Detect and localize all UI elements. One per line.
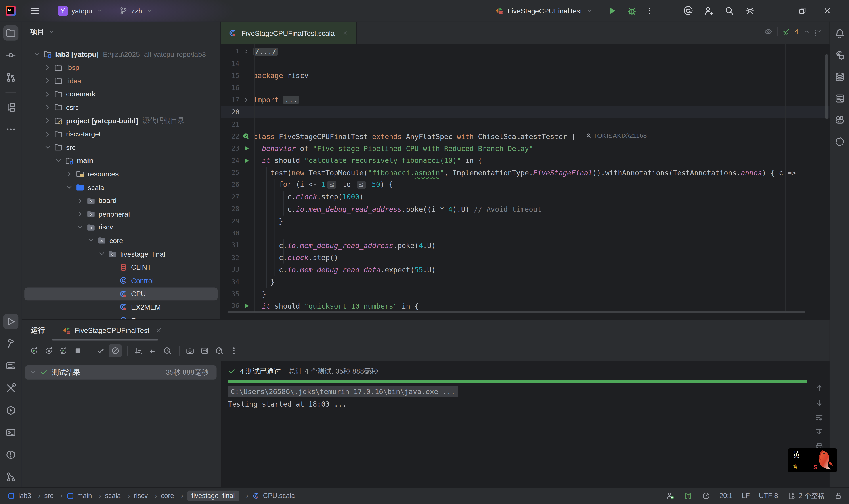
code-area[interactable]: 1/.../1415package riscv1617import ...202… <box>221 44 830 320</box>
chevron-right-icon[interactable] <box>76 196 85 205</box>
breadcrumb-scala[interactable]: scala› <box>105 492 130 500</box>
notifications-icon[interactable] <box>832 26 847 41</box>
code-line-17[interactable]: 17import ... <box>221 94 830 106</box>
run-test-icon[interactable] <box>242 302 250 310</box>
tree-item-resources[interactable]: resources <box>24 167 218 181</box>
breadcrumb-cpu-scala[interactable]: CPU.scala <box>252 492 295 500</box>
vertical-scrollbar[interactable] <box>825 54 828 119</box>
tab-scroll-indicator[interactable] <box>52 339 158 340</box>
chevron-down-icon[interactable] <box>33 50 41 58</box>
tree-item-main[interactable]: main <box>24 154 218 167</box>
scroll-down-icon[interactable] <box>815 398 824 407</box>
tree-item-riscv-target[interactable]: riscv-target <box>24 128 218 141</box>
code-line-34[interactable]: 34 } <box>221 276 830 288</box>
dependencies-tool-icon[interactable] <box>832 134 847 149</box>
chevron-right-icon[interactable] <box>43 103 52 112</box>
tree-item-csrc[interactable]: csrc <box>24 101 218 114</box>
ime-indicator[interactable]: 英 ♛ S <box>788 448 837 472</box>
tree-item-coremark[interactable]: coremark <box>24 88 218 101</box>
chevron-right-icon[interactable] <box>76 210 85 218</box>
plugin-tool-icon[interactable] <box>832 112 847 128</box>
next-problem-icon[interactable] <box>815 28 822 35</box>
breadcrumb-lab3[interactable]: lab3› <box>7 492 40 500</box>
debug-button[interactable] <box>627 6 637 16</box>
code-line-20[interactable]: 20 <box>221 106 830 118</box>
chevron-down-icon[interactable] <box>48 28 55 36</box>
tree-item-peripheral[interactable]: peripheral <box>24 208 218 220</box>
chevron-down-icon[interactable] <box>43 143 52 152</box>
rerun-failed-tests-icon[interactable] <box>42 344 55 357</box>
show-passed-icon[interactable] <box>94 344 107 357</box>
chevron-down-icon[interactable] <box>97 250 106 258</box>
breadcrumb-fivestage-final[interactable]: fivestage_final› <box>187 490 249 501</box>
chevron-down-icon[interactable] <box>76 223 85 231</box>
commit-tool-icon[interactable] <box>3 48 19 63</box>
horizontal-scrollbar[interactable] <box>228 311 805 313</box>
sort-alphabetically-icon[interactable] <box>131 344 145 357</box>
stop-process-icon[interactable] <box>71 344 85 357</box>
chevron-down-icon[interactable] <box>65 183 74 192</box>
tree-item-board[interactable]: board <box>24 194 218 207</box>
run-button[interactable] <box>608 6 617 16</box>
sbt-tool-icon[interactable] <box>3 358 19 374</box>
restore-button[interactable] <box>798 6 807 15</box>
tree-item-lab3-yatcpu[interactable]: lab3 [yatcpu]E:\jizu\2025-fall-yatcpu-re… <box>24 48 218 61</box>
import-test-results-icon[interactable] <box>146 344 159 357</box>
search-everywhere-icon[interactable] <box>724 6 734 16</box>
inspections-passed-icon[interactable] <box>782 27 790 36</box>
tree-item-control[interactable]: Control <box>24 274 218 287</box>
tree-item-clint[interactable]: CLINT <box>24 260 218 274</box>
pull-requests-tool-icon[interactable] <box>3 70 19 85</box>
build-tool-icon[interactable] <box>3 336 19 352</box>
code-line-32[interactable]: 32 c.clock.step() <box>221 252 830 264</box>
breadcrumb-riscv[interactable]: riscv› <box>134 492 157 500</box>
run-panel-title[interactable]: 运行 <box>31 325 45 335</box>
tree-item-core[interactable]: core <box>24 234 218 247</box>
fold-region-icon[interactable] <box>242 48 250 55</box>
file-encoding[interactable]: UTF-8 <box>759 492 778 500</box>
code-line-1[interactable]: 1/.../ <box>221 46 830 58</box>
chevron-down-icon[interactable] <box>87 236 95 245</box>
code-line-26[interactable]: 26 for (i <- 1≤ to ≤ 50) { <box>221 179 830 191</box>
code-with-me-widget[interactable] <box>666 492 674 500</box>
more-tools-icon[interactable] <box>3 122 19 137</box>
code-line-29[interactable]: 29 } <box>221 215 830 227</box>
editor-tab[interactable]: FiveStageCPUFinalTest.scala <box>221 22 357 44</box>
breadcrumb-main[interactable]: main› <box>66 492 101 500</box>
main-menu-icon[interactable] <box>29 5 40 16</box>
close-button[interactable] <box>823 6 832 15</box>
chevron-right-icon[interactable] <box>43 76 52 85</box>
breadcrumb-core[interactable]: core› <box>161 492 183 500</box>
terminal-tool-icon[interactable] <box>3 425 19 440</box>
code-line-14[interactable]: 14 <box>221 58 830 70</box>
tree-item-scala[interactable]: scala <box>24 181 218 194</box>
problems-tool-icon[interactable] <box>3 447 19 463</box>
tree-item-riscv[interactable]: riscv <box>24 221 218 234</box>
code-line-30[interactable]: 30 <box>221 227 830 239</box>
previous-problem-icon[interactable] <box>803 28 810 35</box>
code-with-me-icon[interactable] <box>704 6 714 16</box>
tree-item-execute[interactable]: Execute <box>24 314 218 319</box>
code-line-28[interactable]: 28 c.io.mem_debug_read_address.poke((i *… <box>221 203 830 215</box>
show-ignored-icon[interactable] <box>109 344 122 357</box>
translation-plugin-widget[interactable]: T <box>684 492 692 500</box>
rerun-tests-icon[interactable] <box>28 344 41 357</box>
scroll-up-icon[interactable] <box>815 384 824 392</box>
structure-tool-icon[interactable] <box>3 100 19 115</box>
readonly-toggle-widget[interactable] <box>834 492 842 500</box>
line-separator[interactable]: LF <box>742 492 750 500</box>
more-actions-icon[interactable] <box>645 6 654 15</box>
run-configuration-selector[interactable]: FiveStageCPUFinalTest <box>492 5 597 17</box>
ai-assistant-icon[interactable] <box>683 6 693 16</box>
show-coverage-icon[interactable] <box>213 344 226 357</box>
settings-icon[interactable] <box>745 6 755 16</box>
close-tab-icon[interactable] <box>342 30 349 36</box>
tree-item-project-yatcpu-build[interactable]: project [yatcpu-build]源代码根目录 <box>24 114 218 127</box>
run-test-icon[interactable] <box>242 157 250 164</box>
services-tool-icon[interactable] <box>3 403 19 418</box>
chevron-down-icon[interactable] <box>54 156 63 165</box>
tree-item-idea[interactable]: .idea <box>24 74 218 87</box>
caret-position[interactable]: 20:1 <box>719 492 733 500</box>
run-tab[interactable]: FiveStageCPUFinalTest <box>62 326 162 335</box>
highlighting-level-icon[interactable] <box>764 27 773 36</box>
